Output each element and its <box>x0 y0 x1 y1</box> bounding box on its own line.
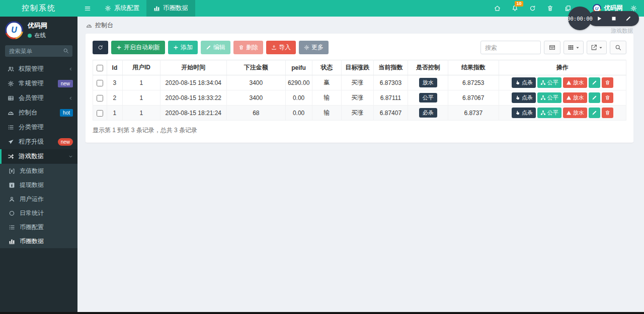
column-header-是否控制[interactable]: 是否控制 <box>408 60 448 75</box>
cell-id: 2 <box>107 90 123 106</box>
tab-币圈数据[interactable]: 币圈数据 <box>146 0 195 17</box>
add-button[interactable]: 添加 <box>168 41 198 54</box>
fair-button[interactable]: 公平 <box>537 108 561 118</box>
drain-button[interactable]: 放水 <box>563 108 587 118</box>
cell-current-index: 6.87407 <box>373 106 408 121</box>
refresh-table-button[interactable] <box>93 41 108 54</box>
search-icon <box>615 44 621 51</box>
sidebar-item-币圈配置[interactable]: 币圈配置 <box>0 220 77 234</box>
kill-button[interactable]: 点杀 <box>512 108 536 118</box>
column-header-下注金额[interactable]: 下注金额 <box>227 60 286 75</box>
cell-control: 放水 <box>408 75 448 90</box>
clear-trash-button[interactable] <box>541 0 559 17</box>
row-checkbox[interactable] <box>97 80 103 86</box>
table-row: 212020-08-15 18:33:2234000.00输买涨6.87111公… <box>93 90 626 106</box>
import-button[interactable]: 导入 <box>266 41 296 54</box>
trash-icon <box>605 80 610 85</box>
row-delete-button[interactable] <box>602 77 613 88</box>
sidebar-item-程序升级[interactable]: 程序升级new <box>0 135 77 149</box>
refresh-icon <box>529 5 536 12</box>
search-button[interactable] <box>610 41 626 54</box>
menu-toggle-button[interactable] <box>77 0 98 17</box>
sidebar-item-label: 会员管理 <box>19 94 44 102</box>
sidebar-item-label: 币圈配置 <box>20 223 44 232</box>
sidebar-item-用户运作[interactable]: 用户运作 <box>0 192 77 206</box>
sidebar-item-控制台[interactable]: 控制台hot <box>0 106 77 120</box>
cell-start-time: 2020-08-15 18:21:24 <box>160 106 227 121</box>
drain-button[interactable]: 放水 <box>563 77 587 88</box>
column-header-peifu[interactable]: peifu <box>285 60 312 75</box>
home-button[interactable] <box>489 0 506 17</box>
fair-button[interactable]: 公平 <box>537 77 561 88</box>
cell-control: 公平 <box>408 90 448 106</box>
notifications-button[interactable]: 10 <box>506 0 524 17</box>
column-header-状态[interactable]: 状态 <box>312 60 341 75</box>
column-header-用户ID[interactable]: 用户ID <box>123 60 160 75</box>
select-all-cell <box>93 60 107 75</box>
row-edit-button[interactable] <box>589 77 600 88</box>
column-header-开始时间[interactable]: 开始时间 <box>160 60 227 75</box>
row-delete-button[interactable] <box>602 108 613 118</box>
column-header-Id[interactable]: Id <box>107 60 123 75</box>
sidebar-item-提现数据[interactable]: 提现数据 <box>0 178 77 192</box>
select-all-checkbox[interactable] <box>97 65 103 71</box>
auto-refresh-button[interactable]: 开启自动刷新 <box>111 41 165 54</box>
sidebar-item-游戏数据[interactable]: 游戏数据 <box>0 149 77 164</box>
users-icon <box>7 66 15 72</box>
column-header-结果指数[interactable]: 结果指数 <box>448 60 499 75</box>
trash-icon <box>605 110 610 116</box>
cell-target: 买涨 <box>341 106 373 121</box>
sidebar-item-日常统计[interactable]: 日常统计 <box>0 206 77 220</box>
delete-button[interactable]: 删除 <box>233 41 263 54</box>
stop-icon[interactable] <box>611 16 617 22</box>
sidebar-item-币圈数据[interactable]: 币圈数据 <box>0 234 77 248</box>
menu-badge: hot <box>60 109 73 117</box>
cell-actions: 点杀公平放水 <box>499 75 626 90</box>
timer-display: 00:00:00 <box>568 7 592 30</box>
column-header-当前指数[interactable]: 当前指数 <box>373 60 408 75</box>
row-delete-button[interactable] <box>602 92 613 103</box>
row-checkbox[interactable] <box>97 95 103 101</box>
plane-icon <box>7 139 15 145</box>
table-search-input[interactable] <box>480 41 541 54</box>
sitemap-icon <box>540 110 546 116</box>
sidebar-item-权限管理[interactable]: 权限管理 <box>0 62 77 76</box>
column-header-操作[interactable]: 操作 <box>499 60 626 75</box>
row-edit-button[interactable] <box>589 108 600 118</box>
pencil-icon <box>592 80 597 85</box>
fair-button[interactable]: 公平 <box>537 92 561 103</box>
export-button[interactable] <box>587 41 607 54</box>
tab-系统配置[interactable]: 系统配置 <box>98 0 146 17</box>
cell-status: 输 <box>312 90 341 106</box>
more-button[interactable]: 更多 <box>299 41 329 54</box>
trash-icon <box>238 45 244 50</box>
sidebar-item-label: 币圈数据 <box>20 237 44 246</box>
sidebar-item-label: 充值数据 <box>20 167 44 175</box>
pencil-icon[interactable] <box>625 16 631 22</box>
caret-down-icon <box>576 46 580 50</box>
row-edit-button[interactable] <box>589 92 600 103</box>
edit-button[interactable]: 编辑 <box>201 41 230 54</box>
column-header-目标涨跌[interactable]: 目标涨跌 <box>341 60 373 75</box>
refresh-cache-button[interactable] <box>524 0 541 17</box>
columns-button[interactable] <box>564 41 584 54</box>
sidebar-item-会员管理[interactable]: 会员管理 <box>0 91 77 106</box>
gear-icon <box>7 80 15 87</box>
toggle-view-button[interactable] <box>544 41 560 54</box>
sidebar-item-常规管理[interactable]: 常规管理new <box>0 76 77 91</box>
gauge-icon <box>7 110 15 116</box>
row-checkbox[interactable] <box>97 110 103 117</box>
sidebar-item-分类管理[interactable]: 分类管理 <box>0 120 77 135</box>
drain-button[interactable]: 放水 <box>563 92 587 103</box>
top-navbar: 系统配置币圈数据 10 U 优码网 <box>77 0 644 17</box>
control-badge: 放水 <box>419 78 437 87</box>
sidebar-search-input[interactable] <box>5 45 72 57</box>
sidebar-item-充值数据[interactable]: 充值数据 <box>0 164 77 178</box>
home-icon <box>494 5 501 12</box>
list-icon <box>7 124 15 131</box>
profile-name: 优码网 <box>28 21 47 30</box>
kill-button[interactable]: 点杀 <box>512 77 536 88</box>
play-icon[interactable] <box>596 16 602 22</box>
kill-button[interactable]: 点杀 <box>512 92 536 103</box>
sidebar-item-label: 权限管理 <box>19 65 44 73</box>
